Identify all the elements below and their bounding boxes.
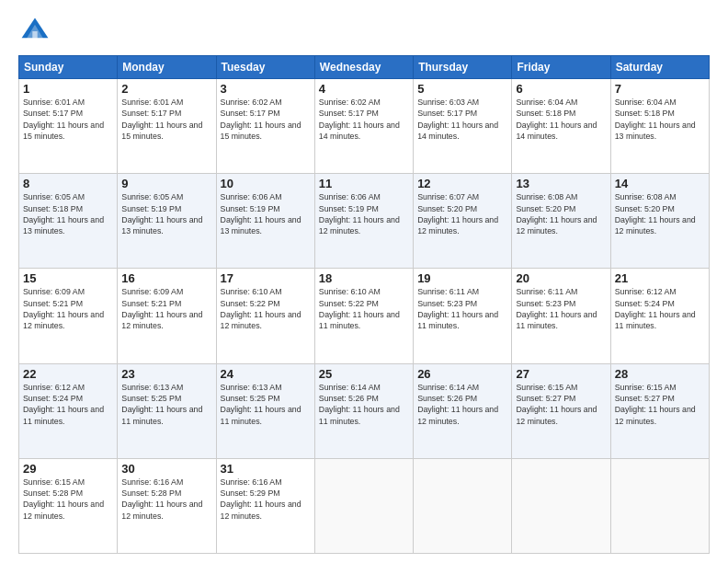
day-info: Sunrise: 6:15 AMSunset: 5:27 PMDaylight:…	[615, 383, 696, 426]
day-info: Sunrise: 6:12 AMSunset: 5:24 PMDaylight:…	[615, 287, 696, 330]
calendar-cell: 6 Sunrise: 6:04 AMSunset: 5:18 PMDayligh…	[512, 79, 610, 174]
day-number: 2	[121, 82, 211, 96]
day-number: 8	[23, 177, 113, 190]
day-number: 10	[221, 177, 311, 190]
day-number: 3	[221, 82, 311, 96]
calendar-cell: 17 Sunrise: 6:10 AMSunset: 5:22 PMDaylig…	[216, 269, 314, 363]
day-info: Sunrise: 6:03 AMSunset: 5:17 PMDaylight:…	[417, 98, 498, 141]
day-info: Sunrise: 6:06 AMSunset: 5:19 PMDaylight:…	[221, 192, 301, 236]
calendar-cell: 24 Sunrise: 6:13 AMSunset: 5:25 PMDaylig…	[216, 363, 314, 458]
day-info: Sunrise: 6:10 AMSunset: 5:22 PMDaylight:…	[319, 287, 400, 330]
calendar-cell: 22 Sunrise: 6:12 AMSunset: 5:24 PMDaylig…	[19, 363, 118, 458]
calendar-cell: 8 Sunrise: 6:05 AMSunset: 5:18 PMDayligh…	[19, 174, 118, 269]
calendar-cell	[314, 458, 413, 553]
day-number: 5	[417, 82, 507, 96]
day-info: Sunrise: 6:13 AMSunset: 5:25 PMDaylight:…	[121, 383, 202, 426]
day-info: Sunrise: 6:08 AMSunset: 5:20 PMDaylight:…	[615, 192, 696, 236]
day-info: Sunrise: 6:09 AMSunset: 5:21 PMDaylight:…	[121, 287, 202, 330]
col-header-tuesday: Tuesday	[216, 56, 314, 79]
day-number: 1	[23, 82, 113, 96]
day-number: 11	[319, 177, 409, 190]
day-info: Sunrise: 6:05 AMSunset: 5:19 PMDaylight:…	[121, 192, 202, 236]
calendar-cell: 13 Sunrise: 6:08 AMSunset: 5:20 PMDaylig…	[512, 174, 610, 269]
svg-rect-2	[32, 31, 37, 41]
day-number: 4	[319, 82, 409, 96]
calendar-cell: 28 Sunrise: 6:15 AMSunset: 5:27 PMDaylig…	[610, 363, 709, 458]
calendar-cell: 18 Sunrise: 6:10 AMSunset: 5:22 PMDaylig…	[314, 269, 413, 363]
day-number: 29	[23, 462, 113, 476]
logo-icon	[18, 15, 51, 48]
day-number: 18	[319, 271, 409, 285]
day-info: Sunrise: 6:07 AMSunset: 5:20 PMDaylight:…	[417, 192, 498, 236]
day-info: Sunrise: 6:14 AMSunset: 5:26 PMDaylight:…	[417, 383, 498, 426]
calendar-cell: 5 Sunrise: 6:03 AMSunset: 5:17 PMDayligh…	[414, 79, 512, 174]
calendar-table: SundayMondayTuesdayWednesdayThursdayFrid…	[18, 55, 710, 554]
day-info: Sunrise: 6:16 AMSunset: 5:28 PMDaylight:…	[121, 477, 202, 521]
calendar-cell	[610, 458, 709, 553]
col-header-sunday: Sunday	[19, 56, 118, 79]
day-number: 16	[121, 271, 211, 285]
day-info: Sunrise: 6:01 AMSunset: 5:17 PMDaylight:…	[121, 98, 202, 141]
calendar-cell	[414, 458, 512, 553]
col-header-saturday: Saturday	[610, 56, 709, 79]
calendar-cell: 14 Sunrise: 6:08 AMSunset: 5:20 PMDaylig…	[610, 174, 709, 269]
calendar-cell: 11 Sunrise: 6:06 AMSunset: 5:19 PMDaylig…	[314, 174, 413, 269]
day-info: Sunrise: 6:15 AMSunset: 5:27 PMDaylight:…	[516, 383, 597, 426]
day-number: 7	[615, 82, 705, 96]
calendar-cell: 29 Sunrise: 6:15 AMSunset: 5:28 PMDaylig…	[19, 458, 118, 553]
day-info: Sunrise: 6:08 AMSunset: 5:20 PMDaylight:…	[516, 192, 597, 236]
calendar-cell: 20 Sunrise: 6:11 AMSunset: 5:23 PMDaylig…	[512, 269, 610, 363]
calendar-cell: 1 Sunrise: 6:01 AMSunset: 5:17 PMDayligh…	[19, 79, 118, 174]
calendar-cell: 7 Sunrise: 6:04 AMSunset: 5:18 PMDayligh…	[610, 79, 709, 174]
header	[18, 15, 710, 48]
day-number: 25	[319, 367, 409, 381]
calendar-cell: 10 Sunrise: 6:06 AMSunset: 5:19 PMDaylig…	[216, 174, 314, 269]
day-number: 6	[516, 82, 606, 96]
day-info: Sunrise: 6:11 AMSunset: 5:23 PMDaylight:…	[516, 287, 597, 330]
day-number: 14	[615, 177, 705, 190]
day-info: Sunrise: 6:02 AMSunset: 5:17 PMDaylight:…	[319, 98, 400, 141]
day-number: 12	[417, 177, 507, 190]
calendar-cell: 3 Sunrise: 6:02 AMSunset: 5:17 PMDayligh…	[216, 79, 314, 174]
day-info: Sunrise: 6:01 AMSunset: 5:17 PMDaylight:…	[23, 98, 104, 141]
col-header-monday: Monday	[118, 56, 216, 79]
day-number: 21	[615, 271, 705, 285]
calendar-cell: 15 Sunrise: 6:09 AMSunset: 5:21 PMDaylig…	[19, 269, 118, 363]
calendar-cell: 26 Sunrise: 6:14 AMSunset: 5:26 PMDaylig…	[414, 363, 512, 458]
calendar-cell: 2 Sunrise: 6:01 AMSunset: 5:17 PMDayligh…	[118, 79, 216, 174]
day-info: Sunrise: 6:12 AMSunset: 5:24 PMDaylight:…	[23, 383, 104, 426]
day-number: 28	[615, 367, 705, 381]
calendar-cell: 19 Sunrise: 6:11 AMSunset: 5:23 PMDaylig…	[414, 269, 512, 363]
day-info: Sunrise: 6:04 AMSunset: 5:18 PMDaylight:…	[615, 98, 696, 141]
day-info: Sunrise: 6:10 AMSunset: 5:22 PMDaylight:…	[221, 287, 301, 330]
day-info: Sunrise: 6:14 AMSunset: 5:26 PMDaylight:…	[319, 383, 400, 426]
day-info: Sunrise: 6:02 AMSunset: 5:17 PMDaylight:…	[221, 98, 301, 141]
day-number: 13	[516, 177, 606, 190]
day-info: Sunrise: 6:15 AMSunset: 5:28 PMDaylight:…	[23, 477, 104, 521]
day-info: Sunrise: 6:05 AMSunset: 5:18 PMDaylight:…	[23, 192, 104, 236]
calendar-cell: 31 Sunrise: 6:16 AMSunset: 5:29 PMDaylig…	[216, 458, 314, 553]
col-header-thursday: Thursday	[414, 56, 512, 79]
day-number: 15	[23, 271, 113, 285]
day-info: Sunrise: 6:11 AMSunset: 5:23 PMDaylight:…	[417, 287, 498, 330]
col-header-friday: Friday	[512, 56, 610, 79]
calendar-cell: 25 Sunrise: 6:14 AMSunset: 5:26 PMDaylig…	[314, 363, 413, 458]
calendar-cell: 12 Sunrise: 6:07 AMSunset: 5:20 PMDaylig…	[414, 174, 512, 269]
calendar-cell: 23 Sunrise: 6:13 AMSunset: 5:25 PMDaylig…	[118, 363, 216, 458]
day-number: 22	[23, 367, 113, 381]
day-number: 24	[221, 367, 311, 381]
day-number: 9	[121, 177, 211, 190]
day-info: Sunrise: 6:06 AMSunset: 5:19 PMDaylight:…	[319, 192, 400, 236]
day-info: Sunrise: 6:04 AMSunset: 5:18 PMDaylight:…	[516, 98, 597, 141]
col-header-wednesday: Wednesday	[314, 56, 413, 79]
day-info: Sunrise: 6:16 AMSunset: 5:29 PMDaylight:…	[221, 477, 301, 521]
day-number: 30	[121, 462, 211, 476]
calendar-cell: 4 Sunrise: 6:02 AMSunset: 5:17 PMDayligh…	[314, 79, 413, 174]
day-number: 23	[121, 367, 211, 381]
page: SundayMondayTuesdayWednesdayThursdayFrid…	[0, 0, 728, 563]
calendar-cell: 21 Sunrise: 6:12 AMSunset: 5:24 PMDaylig…	[610, 269, 709, 363]
day-number: 19	[417, 271, 507, 285]
calendar-cell: 30 Sunrise: 6:16 AMSunset: 5:28 PMDaylig…	[118, 458, 216, 553]
day-number: 27	[516, 367, 606, 381]
day-number: 17	[221, 271, 311, 285]
